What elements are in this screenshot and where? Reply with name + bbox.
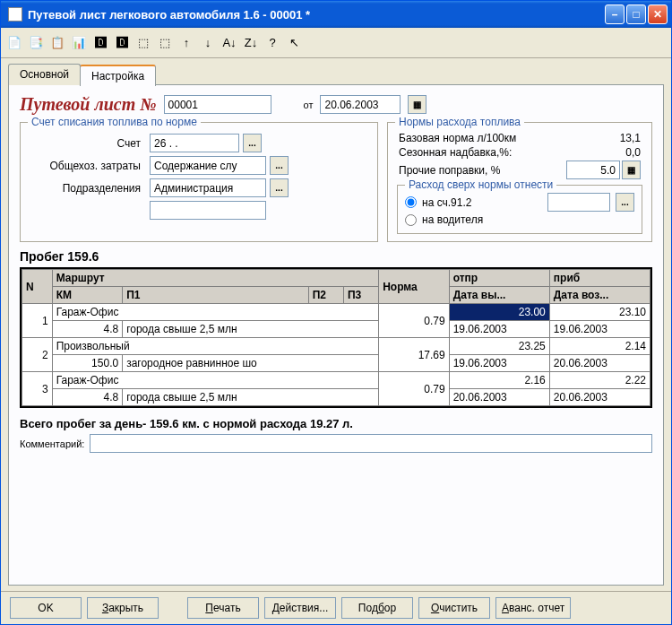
over-account-select[interactable]: ... (616, 193, 634, 212)
toolbar-icon-2[interactable]: 📑 (28, 35, 44, 51)
fieldset-writeoff: Счет списания топлива по норме Счет ... … (20, 122, 378, 242)
expense-select-button[interactable]: ... (270, 156, 289, 175)
summary-label: Всего пробег за день- 159.6 км. с нормой… (20, 417, 652, 430)
cell-q2[interactable]: 2.14 (549, 338, 650, 355)
cell-p1[interactable]: загородное равнинное шо (123, 355, 379, 372)
over-account-input[interactable] (547, 193, 610, 212)
print-button[interactable]: Печать (187, 597, 259, 619)
sort-desc-icon[interactable]: Z↓ (243, 35, 259, 51)
cell-norm[interactable]: 0.79 (379, 372, 450, 406)
arrow-down-icon[interactable]: ↓ (200, 35, 216, 51)
extra-input[interactable] (150, 201, 266, 220)
base-norm-label: Базовая норма л/100км (399, 132, 516, 144)
pointer-icon[interactable]: ↖ (286, 35, 302, 51)
cell-route[interactable]: Гараж-Офис (52, 304, 379, 321)
toolbar: 📄 📑 📋 📊 🅳 🅳 ⬚ ⬚ ↑ ↓ A↓ Z↓ ? ↖ (1, 28, 671, 58)
season-label: Сезонная надбавка,%: (399, 146, 512, 159)
toolbar-icon-3[interactable]: 📋 (49, 35, 65, 51)
col-p1[interactable]: П1 (123, 287, 308, 304)
cell-q1[interactable]: 23.00 (449, 304, 549, 321)
cell-d2[interactable]: 19.06.2003 (549, 321, 650, 338)
col-d1[interactable]: Дата вы... (449, 287, 549, 304)
col-n[interactable]: N (22, 270, 53, 304)
clear-button[interactable]: Очистить (418, 597, 490, 619)
col-p3[interactable]: П3 (343, 287, 378, 304)
toolbar-icon-1[interactable]: 📄 (6, 35, 22, 51)
ok-button[interactable]: OK (10, 597, 82, 619)
radio-account[interactable] (405, 196, 417, 208)
cell-norm[interactable]: 17.69 (379, 338, 450, 372)
maximize-button[interactable]: □ (626, 4, 646, 24)
col-route[interactable]: Маршрут (52, 270, 379, 287)
tab-settings[interactable]: Настройка (80, 65, 156, 86)
cell-d1[interactable]: 19.06.2003 (449, 321, 549, 338)
cell-q1[interactable]: 23.25 (449, 338, 549, 355)
cell-d2[interactable]: 20.06.2003 (549, 355, 650, 372)
col-q1[interactable]: отпр (449, 270, 549, 287)
account-label: Счет (30, 137, 146, 150)
actions-button[interactable]: Действия... (264, 597, 336, 619)
col-q2[interactable]: приб (549, 270, 650, 287)
doc-date-input[interactable] (320, 95, 401, 114)
col-norm[interactable]: Норма (379, 270, 450, 304)
cell-d2[interactable]: 20.06.2003 (549, 389, 650, 406)
cell-p1[interactable]: города свыше 2,5 млн (123, 389, 379, 406)
cell-q2[interactable]: 2.22 (549, 372, 650, 389)
cell-n[interactable]: 1 (22, 304, 53, 338)
cell-km[interactable]: 150.0 (52, 355, 123, 372)
cell-d1[interactable]: 20.06.2003 (449, 389, 549, 406)
window-title: Путевой лист легкового автомобиля 1.6 - … (26, 8, 605, 22)
titlebar: Путевой лист легкового автомобиля 1.6 - … (1, 1, 671, 28)
close-button[interactable]: ✕ (648, 4, 668, 24)
account-select-button[interactable]: ... (243, 134, 262, 152)
cell-km[interactable]: 4.8 (52, 389, 123, 406)
cell-km[interactable]: 4.8 (52, 321, 123, 338)
dept-select-button[interactable]: ... (270, 178, 289, 197)
toolbar-icon-6[interactable]: 🅳 (114, 35, 130, 51)
toolbar-icon-8[interactable]: ⬚ (157, 35, 173, 51)
cell-n[interactable]: 3 (22, 372, 53, 406)
cell-route[interactable]: Гараж-Офис (52, 372, 379, 389)
over-norm-legend: Расход сверх нормы отнести (405, 178, 556, 191)
comment-label: Комментарий: (20, 438, 84, 449)
radio-account-label: на сч.91.2 (422, 196, 471, 209)
cell-n[interactable]: 2 (22, 338, 53, 372)
dept-input[interactable] (150, 178, 266, 197)
toolbar-icon-5[interactable]: 🅳 (92, 35, 108, 51)
close-form-button[interactable]: Закрыть (87, 597, 159, 619)
help-icon[interactable]: ? (264, 35, 280, 51)
other-label: Прочие поправки, % (399, 164, 500, 177)
expense-label: Общехоз. затраты (30, 160, 146, 172)
cell-p1[interactable]: города свыше 2,5 млн (123, 321, 379, 338)
col-km[interactable]: КМ (52, 287, 123, 304)
doc-header-label: Путевой лист № (20, 94, 157, 115)
minimize-button[interactable]: – (605, 4, 625, 24)
toolbar-icon-7[interactable]: ⬚ (135, 35, 151, 51)
advance-button[interactable]: Аванс. отчет (495, 597, 571, 619)
fieldset-norms: Нормы расхода топлива Базовая норма л/10… (387, 122, 652, 242)
radio-driver-label: на водителя (422, 213, 483, 226)
calendar-button[interactable]: ▦ (408, 95, 426, 114)
season-value: 0,0 (596, 146, 641, 159)
arrow-up-icon[interactable]: ↑ (178, 35, 194, 51)
base-norm-value: 13,1 (596, 132, 641, 144)
toolbar-icon-4[interactable]: 📊 (71, 35, 87, 51)
other-input[interactable] (566, 161, 620, 179)
account-input[interactable] (150, 134, 239, 152)
cell-norm[interactable]: 0.79 (379, 304, 450, 338)
cell-q2[interactable]: 23.10 (549, 304, 650, 321)
other-calc-button[interactable]: ▦ (622, 161, 641, 179)
cell-q1[interactable]: 2.16 (449, 372, 549, 389)
cell-route[interactable]: Произвольный (52, 338, 379, 355)
mileage-grid[interactable]: N Маршрут Норма отпр приб КМ П1 П2 П3 Да… (20, 267, 652, 408)
col-d2[interactable]: Дата воз... (549, 287, 650, 304)
cell-d1[interactable]: 19.06.2003 (449, 355, 549, 372)
sort-asc-icon[interactable]: A↓ (221, 35, 237, 51)
comment-input[interactable] (90, 434, 652, 453)
radio-driver[interactable] (405, 214, 417, 226)
doc-number-input[interactable] (164, 95, 271, 114)
pick-button[interactable]: Подбор (341, 597, 413, 619)
expense-input[interactable] (150, 156, 266, 175)
tab-main[interactable]: Основной (8, 64, 81, 85)
col-p2[interactable]: П2 (308, 287, 343, 304)
